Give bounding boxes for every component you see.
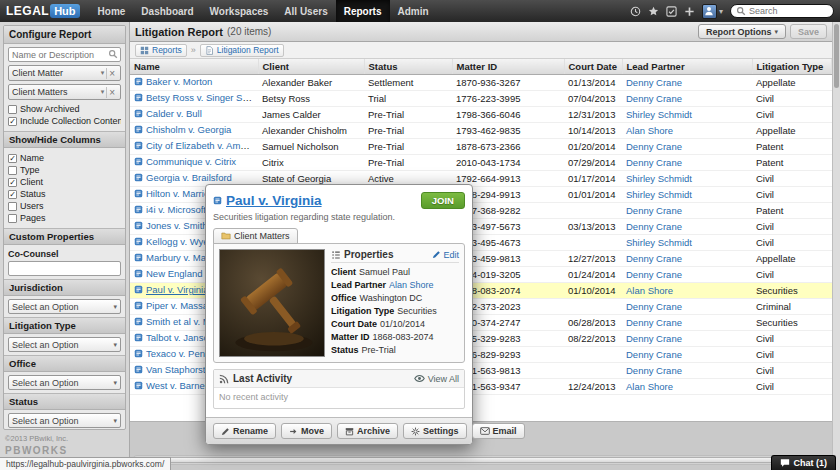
checkbox[interactable] (8, 166, 17, 175)
remove-icon[interactable]: × (106, 87, 117, 98)
matter-link[interactable]: Betsy Ross v. Singer Sewing Machine (146, 92, 258, 103)
lead-partner-link[interactable]: Denny Crane (626, 141, 682, 152)
select-office[interactable]: Select an Option▾ (8, 375, 121, 390)
matter-link[interactable]: Paul v. Virginia (146, 284, 209, 295)
matter-link[interactable]: Calder v. Bull (146, 108, 202, 119)
breadcrumb-item-reports[interactable]: Reports (135, 44, 187, 57)
lead-partner-link[interactable]: Alan Shore (626, 285, 673, 296)
column-toggle-name[interactable]: ✓Name (8, 153, 121, 163)
view-all-link[interactable]: View All (414, 373, 459, 384)
nav-item-all-users[interactable]: All Users (276, 0, 335, 22)
join-button[interactable]: JOIN (421, 192, 465, 209)
breadcrumb-item-litigation-report[interactable]: Litigation Report (200, 44, 284, 57)
name-filter-input[interactable] (8, 47, 121, 62)
column-header-lead-partner[interactable]: Lead Partner (622, 59, 752, 74)
filter-chip-client-matter[interactable]: Client Matter▾× (8, 65, 121, 81)
property-value[interactable]: Alan Shore (389, 280, 434, 290)
history-icon[interactable] (630, 6, 641, 17)
table-row[interactable]: Communique v. CitrixCitrixPre-Trial2010-… (130, 154, 832, 170)
checkbox[interactable] (8, 202, 17, 211)
matter-link[interactable]: Communique v. Citrix (146, 156, 236, 167)
vertical-scrollbar-thumb[interactable] (834, 24, 839, 88)
rename-button[interactable]: Rename (213, 423, 276, 439)
matter-link[interactable]: Georgia v. Brailsford (146, 172, 232, 183)
popup-title-link[interactable]: Paul v. Virginia (226, 193, 322, 208)
matter-link[interactable]: Chisholm v. Georgia (146, 124, 231, 135)
vertical-scrollbar[interactable] (832, 22, 840, 470)
remove-icon[interactable]: × (106, 68, 117, 79)
column-header-matter-id[interactable]: Matter ID (452, 59, 564, 74)
lead-partner-link[interactable]: Alan Shore (626, 125, 673, 136)
column-header-client[interactable]: Client (258, 59, 364, 74)
email-button[interactable]: Email (472, 423, 525, 439)
checkbox[interactable]: ✓ (8, 190, 17, 199)
lead-partner-link[interactable]: Shirley Schmidt (626, 173, 692, 184)
checkbox[interactable] (8, 105, 17, 114)
column-header-name[interactable]: Name (130, 59, 258, 74)
column-toggle-type[interactable]: Type (8, 165, 121, 175)
nav-search[interactable] (730, 4, 834, 18)
nav-item-workspaces[interactable]: Workspaces (202, 0, 277, 22)
checkbox[interactable]: ✓ (8, 117, 17, 126)
table-row[interactable]: Baker v. MortonAlexander BakerSettlement… (130, 74, 832, 90)
matter-link[interactable]: i4i v. Microsoft (146, 204, 206, 215)
lead-partner-link[interactable]: Denny Crane (626, 269, 682, 280)
select-jurisdiction[interactable]: Select an Option▾ (8, 299, 121, 314)
lead-partner-link[interactable]: Denny Crane (626, 317, 682, 328)
filter-chip-client-matters[interactable]: Client Matters▾× (8, 84, 121, 100)
checkbox[interactable]: ✓ (8, 154, 17, 163)
lead-partner-link[interactable]: Shirley Schmidt (626, 237, 692, 248)
horizontal-scrollbar-thumb[interactable] (134, 457, 809, 463)
lead-partner-link[interactable]: Denny Crane (626, 253, 682, 264)
select-litigation-type[interactable]: Select an Option▾ (8, 337, 121, 352)
matter-link[interactable]: West v. Barnes (146, 380, 210, 391)
legalhub-logo[interactable]: LEGAL Hub (6, 4, 80, 18)
search-input[interactable] (749, 6, 828, 16)
nav-item-reports[interactable]: Reports (336, 0, 390, 22)
nav-item-dashboard[interactable]: Dashboard (133, 0, 201, 22)
lead-partner-link[interactable]: Denny Crane (626, 365, 682, 376)
report-options-button[interactable]: Report Options ▾ (698, 24, 786, 39)
settings-button[interactable]: Settings (403, 423, 467, 439)
lead-partner-link[interactable]: Denny Crane (626, 301, 682, 312)
tasks-icon[interactable] (666, 6, 677, 17)
star-icon[interactable] (648, 6, 659, 17)
collection-tag[interactable]: Client Matters (213, 228, 298, 244)
toggle-include-collection-contents[interactable]: ✓Include Collection Contents (8, 116, 121, 126)
table-row[interactable]: City of Elizabeth v. American NicholsonS… (130, 138, 832, 154)
nav-item-home[interactable]: Home (90, 0, 134, 22)
column-header-litigation-type[interactable]: Litigation Type (752, 59, 832, 74)
lead-partner-link[interactable]: Denny Crane (626, 93, 682, 104)
toggle-show-archived[interactable]: Show Archived (8, 104, 121, 114)
column-toggle-pages[interactable]: Pages (8, 213, 121, 223)
matter-link[interactable]: Jones v. Smith (146, 220, 208, 231)
checkbox[interactable]: ✓ (8, 178, 17, 187)
table-row[interactable]: Betsy Ross v. Singer Sewing MachineBetsy… (130, 90, 832, 106)
lead-partner-link[interactable]: Denny Crane (626, 333, 682, 344)
matter-link[interactable]: Baker v. Morton (146, 76, 212, 87)
nav-item-admin[interactable]: Admin (390, 0, 437, 22)
column-toggle-status[interactable]: ✓Status (8, 189, 121, 199)
table-row[interactable]: Chisholm v. GeorgiaAlexander ChisholmPre… (130, 122, 832, 138)
chat-button[interactable]: Chat (1) (771, 455, 837, 470)
lead-partner-link[interactable]: Denny Crane (626, 77, 682, 88)
matter-link[interactable]: City of Elizabeth v. American Nicholson (146, 140, 258, 151)
column-header-status[interactable]: Status (364, 59, 452, 74)
user-menu[interactable]: ▾ (702, 4, 723, 19)
cocounsel-input[interactable] (8, 261, 121, 276)
lead-partner-link[interactable]: Denny Crane (626, 221, 682, 232)
matter-link[interactable]: Talbot v. Janson (146, 332, 214, 343)
move-button[interactable]: Move (281, 423, 332, 439)
lead-partner-link[interactable]: Shirley Schmidt (626, 189, 692, 200)
table-row[interactable]: Calder v. BullJames CalderPre-Trial1798-… (130, 106, 832, 122)
select-status[interactable]: Select an Option▾ (8, 413, 121, 428)
add-icon[interactable] (684, 6, 695, 17)
horizontal-scrollbar[interactable] (132, 455, 830, 465)
checkbox[interactable] (8, 214, 17, 223)
column-toggle-users[interactable]: Users (8, 201, 121, 211)
lead-partner-link[interactable]: Denny Crane (626, 157, 682, 168)
lead-partner-link[interactable]: Alan Shore (626, 381, 673, 392)
column-header-court-date[interactable]: Court Date (564, 59, 622, 74)
archive-button[interactable]: Archive (337, 423, 398, 439)
lead-partner-link[interactable]: Denny Crane (626, 205, 682, 216)
